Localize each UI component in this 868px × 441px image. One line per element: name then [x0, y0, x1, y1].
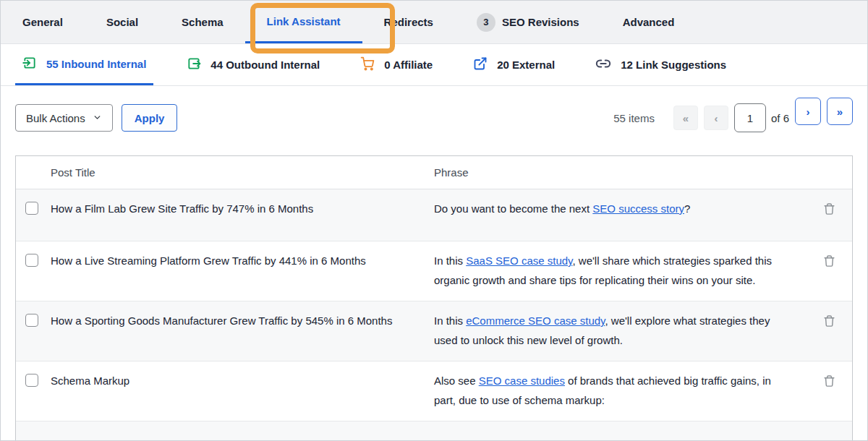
delete-link-button[interactable] — [823, 202, 835, 216]
first-page-button[interactable]: « — [673, 106, 698, 130]
tab-link-assistant-label: Link Assistant — [267, 15, 341, 27]
trash-icon — [823, 202, 835, 216]
main-tab-bar: General Social Schema Link Assistant Red… — [1, 1, 867, 44]
subtab-link-suggestions-label: 12 Link Suggestions — [621, 59, 726, 71]
trash-icon — [823, 374, 835, 388]
phrase-cell: Also see SEO case studies of brands that… — [434, 371, 806, 410]
total-pages-label: of 6 — [771, 112, 789, 124]
table-row: How a Sporting Goods Manufacturer Grew T… — [16, 301, 852, 361]
subtab-outbound-internal-label: 44 Outbound Internal — [210, 59, 320, 71]
phrase-text: In this — [434, 314, 466, 327]
row-checkbox[interactable] — [25, 374, 38, 387]
tab-schema[interactable]: Schema — [182, 1, 224, 43]
tab-social-label: Social — [106, 16, 138, 28]
post-title-cell[interactable]: How a Live Streaming Platform Grew Traff… — [51, 251, 434, 270]
post-title-cell[interactable]: Schema Markup — [51, 371, 434, 390]
trash-icon — [823, 314, 835, 328]
subtab-outbound-internal[interactable]: 44 Outbound Internal — [179, 44, 327, 85]
tab-advanced-label: Advanced — [623, 16, 675, 28]
link-icon — [595, 56, 611, 74]
delete-link-button[interactable] — [823, 314, 835, 328]
row-checkbox[interactable] — [25, 202, 38, 215]
tab-social[interactable]: Social — [106, 1, 138, 43]
table-row: How a Live Streaming Platform Grew Traff… — [16, 241, 852, 301]
post-title-cell[interactable]: How a Film Lab Grew Site Traffic by 747%… — [51, 199, 434, 218]
current-page-input[interactable] — [734, 103, 766, 132]
external-link-icon — [473, 56, 488, 73]
table-row-partial — [16, 421, 852, 441]
prev-page-button[interactable]: ‹ — [704, 106, 728, 130]
phrase-anchor-link[interactable]: SEO success story — [592, 202, 684, 215]
tab-redirects[interactable]: Redirects — [384, 1, 433, 43]
post-title-cell[interactable]: How a Sporting Goods Manufacturer Grew T… — [51, 311, 434, 330]
phrase-text: In this — [434, 254, 466, 267]
apply-button[interactable]: Apply — [122, 104, 178, 132]
subtab-affiliate-label: 0 Affiliate — [384, 59, 433, 71]
row-checkbox[interactable] — [25, 254, 38, 267]
phrase-cell: Do you want to become the next SEO succe… — [434, 199, 806, 218]
phrase-anchor-link[interactable]: SaaS SEO case study — [466, 254, 572, 267]
subtab-external-label: 20 External — [497, 59, 555, 71]
bulk-actions-label: Bulk Actions — [26, 112, 85, 124]
trash-icon — [823, 254, 835, 268]
table-header-row: Post Title Phrase — [16, 156, 852, 189]
subtab-inbound-internal[interactable]: 55 Inbound Internal — [15, 44, 153, 85]
row-checkbox[interactable] — [25, 314, 38, 327]
tab-redirects-label: Redirects — [384, 16, 433, 28]
delete-link-button[interactable] — [823, 374, 835, 388]
phrase-text: ? — [684, 202, 690, 215]
header-phrase: Phrase — [434, 166, 806, 179]
next-page-button[interactable]: › — [795, 98, 821, 125]
table-row: Schema Markup Also see SEO case studies … — [16, 361, 852, 421]
header-checkbox-cell — [16, 171, 51, 174]
table-row: How a Film Lab Grew Site Traffic by 747%… — [16, 189, 852, 241]
tab-link-assistant[interactable]: Link Assistant — [245, 1, 362, 43]
phrase-anchor-link[interactable]: eCommerce SEO case study — [466, 314, 605, 327]
tab-general-label: General — [22, 16, 63, 28]
phrase-cell: In this eCommerce SEO case study, we'll … — [434, 311, 806, 350]
tab-seo-revisions[interactable]: 3 SEO Revisions — [477, 1, 579, 43]
tab-general[interactable]: General — [22, 1, 63, 43]
subtab-external[interactable]: 20 External — [466, 44, 562, 85]
shopping-cart-icon — [360, 56, 375, 73]
outbound-arrow-icon — [187, 56, 201, 73]
last-page-button[interactable]: » — [827, 98, 853, 125]
subtab-link-suggestions[interactable]: 12 Link Suggestions — [588, 44, 733, 85]
items-count: 55 items — [613, 112, 655, 124]
link-assistant-page: General Social Schema Link Assistant Red… — [0, 0, 868, 441]
delete-link-button[interactable] — [823, 254, 835, 268]
tab-schema-label: Schema — [182, 16, 224, 28]
phrase-text: Also see — [434, 374, 479, 387]
inbound-links-table: Post Title Phrase How a Film Lab Grew Si… — [15, 155, 853, 441]
table-toolbar: Bulk Actions Apply 55 items « ‹ of 6 › » — [1, 86, 867, 132]
phrase-anchor-link[interactable]: SEO case studies — [479, 374, 565, 387]
phrase-text: Do you want to become the next — [434, 202, 592, 215]
inbound-arrow-icon — [22, 56, 37, 72]
pagination: 55 items « ‹ of 6 › » — [613, 103, 853, 132]
bulk-actions-select[interactable]: Bulk Actions — [15, 104, 113, 132]
tab-seo-revisions-label: SEO Revisions — [502, 16, 579, 28]
phrase-cell: In this SaaS SEO case study, we'll share… — [434, 251, 806, 290]
seo-revisions-count-badge: 3 — [477, 13, 495, 32]
sub-tab-bar: 55 Inbound Internal 44 Outbound Internal… — [1, 44, 867, 86]
tab-advanced[interactable]: Advanced — [623, 1, 675, 43]
header-post-title: Post Title — [51, 166, 434, 179]
subtab-affiliate[interactable]: 0 Affiliate — [353, 44, 440, 85]
chevron-down-icon — [93, 112, 102, 124]
subtab-inbound-internal-label: 55 Inbound Internal — [46, 58, 146, 70]
